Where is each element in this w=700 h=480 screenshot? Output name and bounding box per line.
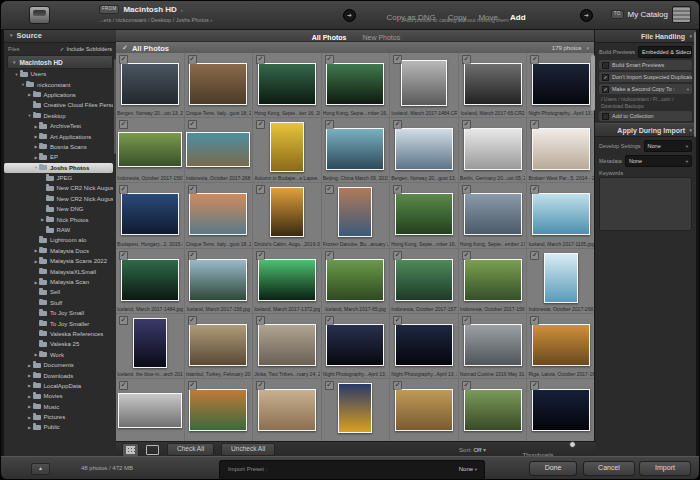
slider-knob[interactable] [569, 441, 576, 448]
photo-cell-r4-c3[interactable]: ✓Iceland, March 2017-1372.jpg [253, 249, 322, 314]
photo-checkbox[interactable]: ✓ [119, 381, 128, 390]
photo-thumbnail[interactable] [464, 193, 522, 235]
photo-thumbnail[interactable] [189, 324, 247, 366]
photo-checkbox[interactable]: ✓ [462, 251, 471, 260]
photo-thumbnail[interactable] [189, 193, 247, 235]
photo-cell-r2-c4[interactable]: ✓Beijing, China March 09, 2015-143.jpg [322, 118, 391, 183]
grid-scrollbar[interactable] [591, 55, 595, 111]
photo-checkbox[interactable]: ✓ [325, 185, 334, 194]
photo-checkbox[interactable]: ✓ [325, 120, 334, 129]
photo-checkbox[interactable]: ✓ [462, 381, 471, 390]
photo-cell-r4-c5[interactable]: ✓Indonesia, October 2017-1577.jpg [390, 249, 459, 314]
metadata-dropdown[interactable]: None▾ [625, 155, 692, 167]
source-tree-item-desktop[interactable]: ▼Desktop [4, 111, 113, 121]
photo-thumbnail[interactable] [133, 318, 167, 368]
photo-thumbnail[interactable] [532, 128, 590, 170]
source-panel-header[interactable]: ▼ Source [4, 29, 116, 43]
photo-checkbox[interactable]: ✓ [188, 120, 197, 129]
photo-thumbnail[interactable] [270, 187, 304, 237]
volume-row-macintosh-hd[interactable]: ▼ Macintosh HD [7, 55, 113, 69]
photo-cell-r3-c2[interactable]: ✓Cinque Terre, Italy...gust 18, 2015-104… [185, 183, 254, 248]
source-tree-item-valeska-references[interactable]: Valeska References [4, 329, 113, 339]
photo-cell-r1-c4[interactable]: ✓Hong Kong, Septe...mber 16, 2016-76.CR2 [322, 53, 391, 118]
photo-checkbox[interactable]: ✓ [462, 316, 471, 325]
source-tree-item-malaysia-scan[interactable]: ▶Malaysia Scan [4, 277, 113, 287]
photo-thumbnail[interactable] [395, 193, 453, 235]
develop-settings-dropdown[interactable]: None▾ [644, 140, 692, 152]
photo-checkbox[interactable]: ✓ [188, 251, 197, 260]
checkbox[interactable] [602, 113, 609, 120]
expand-icon[interactable]: ▶ [27, 363, 33, 368]
source-tree-item-nickconstant[interactable]: ▼nickconstant [4, 79, 113, 89]
photo-thumbnail[interactable] [464, 63, 522, 105]
photo-checkbox[interactable]: ✓ [188, 381, 197, 390]
photo-checkbox[interactable]: ✓ [256, 185, 265, 194]
photo-thumbnail[interactable] [189, 389, 247, 431]
photo-cell-r3-c1[interactable]: ✓Budapest, Hungary...2, 2015-106-Edit.jp… [116, 183, 185, 248]
photo-thumbnail[interactable] [532, 389, 590, 431]
panel-toggle-button[interactable]: ▲ [31, 463, 50, 475]
file-handling-header[interactable]: File Handling ▼ [595, 29, 696, 43]
check-all-button[interactable]: Check All [167, 443, 214, 456]
photo-checkbox[interactable]: ✓ [325, 251, 334, 260]
photo-thumbnail[interactable] [338, 383, 372, 433]
photo-thumbnail[interactable] [121, 259, 179, 301]
expand-icon[interactable]: ▶ [27, 404, 33, 409]
source-tree-item-joshs-photos[interactable]: ▼Joshs Photos [4, 163, 113, 173]
photo-cell-r3-c4[interactable]: ✓Frozen Danube, Bu...anuary 2017-227.jpg [322, 183, 391, 248]
photo-cell-r2-c5[interactable]: ✓Bergen, Norway 20...gust 13, 2016-196.j… [390, 118, 459, 183]
expand-icon[interactable]: ▶ [27, 92, 33, 97]
photo-thumbnail[interactable] [464, 259, 522, 301]
photo-thumbnail[interactable] [270, 122, 304, 172]
source-tree-item-sell[interactable]: Sell [4, 287, 113, 297]
photo-checkbox[interactable]: ✓ [119, 316, 128, 325]
source-tree-item-archivetest[interactable]: ▶ArchiveTest [4, 121, 113, 131]
sort-value-dropdown[interactable]: Off [473, 447, 481, 453]
source-tree-item-raw[interactable]: RAW [4, 225, 113, 235]
source-path[interactable]: ...ers / nickconstant / Desktop / Joshs … [99, 17, 212, 23]
source-tree-item-stuff[interactable]: Stuff [4, 298, 113, 308]
photo-checkbox[interactable]: ✓ [325, 381, 334, 390]
photo-thumbnail[interactable] [532, 324, 590, 366]
done-button[interactable]: Done [529, 461, 577, 476]
photo-checkbox[interactable]: ✓ [393, 55, 402, 64]
expand-icon[interactable]: ▶ [27, 373, 33, 378]
photo-cell-r1-c3[interactable]: ✓Hong Kong, Septe...ber 16, 2016-62.CR2 [253, 53, 322, 118]
source-tree-item-to-joy-small[interactable]: To Joy Small [4, 308, 113, 318]
photo-checkbox[interactable]: ✓ [325, 316, 334, 325]
collapse-icon[interactable]: ▼ [9, 33, 13, 38]
photo-cell-r4-c6[interactable]: ✓Indonesia, October 2017-1567-Pano.jpg [459, 249, 528, 314]
photo-cell-r3-c3[interactable]: ✓Dzutsi's Cabin, Augu...2016-39-Pano-2.j… [253, 183, 322, 248]
checkbox[interactable]: ✓ [602, 86, 609, 93]
photo-checkbox[interactable]: ✓ [530, 120, 539, 129]
destination-forward-arrow-icon[interactable]: ➜ [580, 9, 593, 22]
photo-cell-r5-c1[interactable]: ✓Iceland, the blue m...arch 2017-1135.jp… [116, 314, 185, 379]
photo-cell-r6-c6[interactable]: ✓ [459, 379, 528, 442]
photo-checkbox[interactable]: ✓ [188, 185, 197, 194]
source-tree-item-new-cr2-nick-august-extra[interactable]: New CR2 Nick August Extra [4, 194, 113, 204]
source-forward-arrow-icon[interactable]: ➜ [343, 9, 356, 22]
photo-checkbox[interactable]: ✓ [256, 55, 265, 64]
source-tree-item-public[interactable]: ▶Public [4, 422, 113, 432]
photo-cell-r4-c2[interactable]: ✓Iceland, March 2017-156.jpg [185, 249, 254, 314]
photo-thumbnail[interactable] [464, 389, 522, 431]
import-preset-dropdown[interactable]: None ▾ [459, 466, 477, 472]
photo-cell-r5-c4[interactable]: ✓Night Photography...April 13, 2016-27.j… [322, 314, 391, 379]
photo-cell-r6-c5[interactable]: ✓ [390, 379, 459, 442]
photo-checkbox[interactable]: ✓ [188, 55, 197, 64]
cancel-button[interactable]: Cancel [583, 461, 635, 476]
photo-thumbnail[interactable] [326, 128, 384, 170]
expand-icon[interactable]: ▶ [27, 415, 33, 420]
photo-cell-r2-c3[interactable]: ✓Autumn in Budape...e Lapse, 2017-6.jpg [253, 118, 322, 183]
photo-checkbox[interactable]: ✓ [256, 120, 265, 129]
photo-thumbnail[interactable] [121, 193, 179, 235]
photo-thumbnail[interactable] [395, 389, 453, 431]
collapse-icon[interactable]: ▼ [14, 72, 20, 77]
photo-checkbox[interactable]: ✓ [462, 55, 471, 64]
include-subfolders-checkbox[interactable]: ✓Include Subfolders [60, 46, 112, 52]
photo-checkbox[interactable]: ✓ [256, 251, 265, 260]
tab-all-photos[interactable]: All Photos [312, 34, 347, 41]
photo-checkbox[interactable]: ✓ [256, 381, 265, 390]
expand-icon[interactable]: ▶ [27, 394, 33, 399]
photo-thumbnail[interactable] [258, 63, 316, 105]
